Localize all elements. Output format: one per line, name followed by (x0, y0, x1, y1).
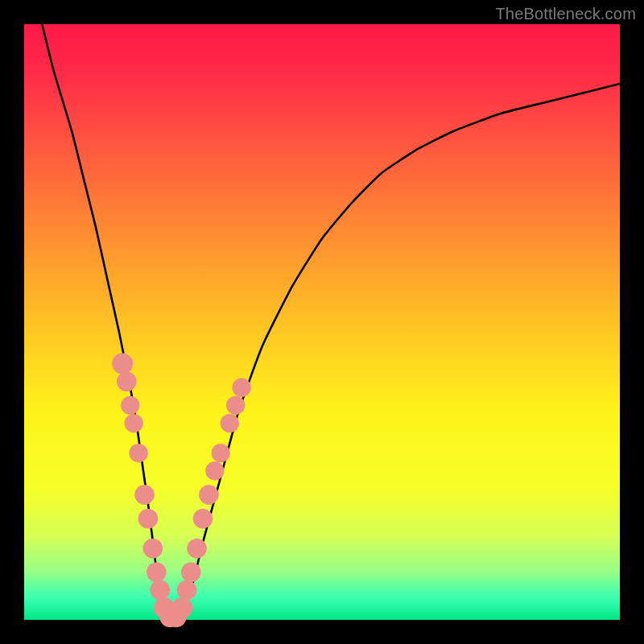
data-marker (143, 539, 163, 559)
data-marker (125, 414, 143, 432)
data-marker (134, 485, 155, 505)
data-marker (221, 414, 239, 432)
bottleneck-curve (42, 24, 620, 620)
data-marker (226, 396, 245, 415)
data-marker (117, 372, 137, 392)
data-marker (150, 580, 170, 601)
chart-svg (24, 24, 620, 620)
data-marker (177, 580, 197, 601)
data-marker (147, 562, 167, 582)
data-marker (121, 396, 139, 415)
data-marker (171, 597, 192, 618)
data-marker (212, 444, 230, 462)
data-marker (187, 539, 207, 559)
data-marker (138, 509, 159, 529)
watermark-text: TheBottleneck.com (495, 5, 636, 23)
chart-frame: TheBottleneck.com (0, 0, 644, 644)
data-marker (193, 509, 213, 529)
plot-area (24, 24, 620, 620)
data-marker (129, 444, 147, 462)
data-marker (181, 562, 201, 582)
data-marker (112, 353, 133, 374)
data-marker (199, 485, 219, 505)
data-markers (112, 353, 251, 627)
data-marker (205, 461, 224, 480)
data-marker (232, 378, 250, 397)
